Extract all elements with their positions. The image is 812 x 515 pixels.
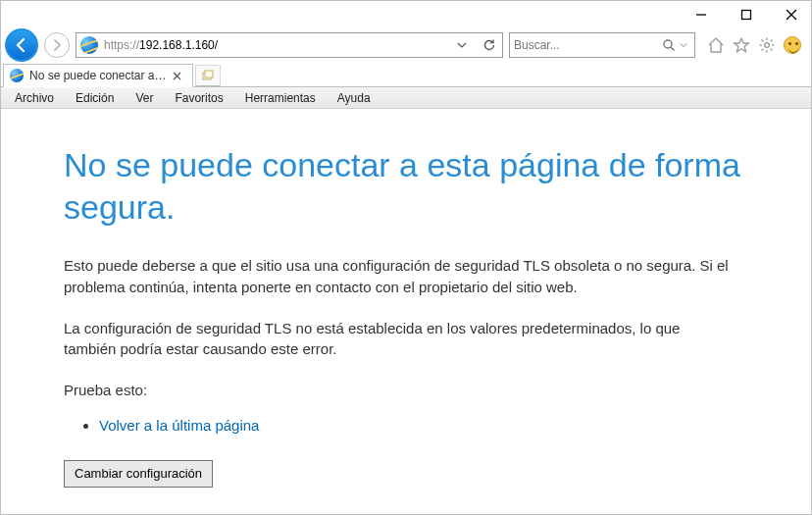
menu-bar: Archivo Edición Ver Favoritos Herramient… — [1, 87, 811, 109]
active-tab[interactable]: No se puede conectar a est... — [3, 64, 193, 87]
search-dropdown-button[interactable] — [676, 33, 690, 57]
page-content: No se puede conectar a esta página de fo… — [1, 109, 811, 511]
forward-button[interactable] — [44, 32, 70, 58]
page-paragraph-2: La configuración de seguridad TLS no est… — [64, 318, 731, 361]
new-tab-button[interactable] — [195, 65, 221, 86]
maximize-button[interactable] — [733, 4, 760, 26]
suggestion-list: Volver a la última página — [64, 415, 748, 437]
favorites-star-icon[interactable] — [731, 34, 752, 56]
page-paragraph-1: Esto puede deberse a que el sitio usa un… — [64, 255, 731, 298]
search-box[interactable] — [509, 32, 695, 58]
ie-favicon-icon — [80, 36, 98, 54]
tab-title: No se puede conectar a est... — [29, 69, 167, 82]
try-this-label: Prueba esto: — [64, 380, 748, 401]
address-dropdown-button[interactable] — [451, 33, 473, 57]
back-button[interactable] — [5, 28, 38, 62]
svg-point-4 — [664, 40, 672, 48]
smiley-icon[interactable] — [782, 34, 803, 56]
menu-help[interactable]: Ayuda — [328, 89, 381, 107]
refresh-button[interactable] — [479, 33, 500, 57]
search-input[interactable] — [514, 38, 661, 52]
navigation-toolbar: https://192.168.1.160/ — [1, 28, 811, 62]
svg-line-14 — [762, 49, 764, 51]
settings-gear-icon[interactable] — [756, 34, 778, 56]
svg-line-12 — [771, 49, 773, 51]
suggestion-item: Volver a la última página — [99, 415, 748, 437]
close-button[interactable] — [778, 4, 805, 26]
address-protocol: https:// — [104, 38, 139, 52]
home-icon[interactable] — [705, 34, 727, 56]
search-button[interactable] — [661, 33, 676, 57]
svg-line-5 — [671, 47, 675, 51]
menu-view[interactable]: Ver — [126, 89, 163, 107]
change-settings-button[interactable]: Cambiar configuración — [64, 460, 213, 489]
tab-favicon-icon — [10, 69, 24, 82]
svg-line-13 — [771, 40, 773, 42]
svg-rect-18 — [205, 71, 213, 77]
menu-tools[interactable]: Herramientas — [235, 89, 326, 107]
menu-favorites[interactable]: Favoritos — [165, 89, 232, 107]
minimize-button[interactable] — [687, 4, 715, 26]
menu-file[interactable]: Archivo — [5, 89, 64, 107]
menu-edit[interactable]: Edición — [66, 89, 124, 107]
tab-close-button[interactable] — [173, 72, 186, 80]
svg-rect-1 — [742, 11, 751, 20]
address-bar[interactable]: https://192.168.1.160/ — [76, 32, 503, 58]
back-to-last-page-link[interactable]: Volver a la última página — [99, 417, 259, 434]
address-text: https://192.168.1.160/ — [104, 38, 445, 52]
tab-strip: No se puede conectar a est... — [1, 62, 811, 87]
svg-line-11 — [762, 40, 764, 42]
toolbar-right-icons — [701, 34, 807, 56]
page-heading: No se puede conectar a esta página de fo… — [64, 144, 748, 228]
svg-point-6 — [765, 43, 770, 48]
address-rest: 192.168.1.160/ — [139, 38, 218, 52]
window-caption — [1, 1, 811, 28]
